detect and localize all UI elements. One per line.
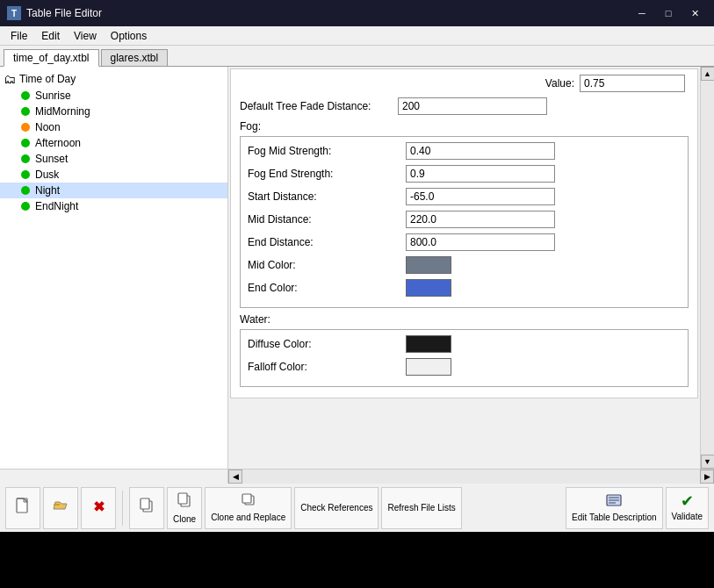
close-button[interactable]: ✕: [682, 4, 707, 22]
validate-button[interactable]: ✔ Validate: [666, 487, 709, 529]
scroll-right-button[interactable]: ▶: [700, 470, 714, 484]
open-button[interactable]: [43, 487, 78, 529]
fog-section-header: Fog:: [240, 120, 689, 133]
clone-button[interactable]: Clone: [167, 487, 202, 529]
start-distance-input[interactable]: [406, 188, 555, 205]
dot-night: [21, 186, 30, 195]
default-tree-fade-label: Default Tree Fade Distance:: [240, 100, 398, 112]
window-title: Table File Editor: [26, 7, 630, 19]
delete-button[interactable]: ✖: [81, 487, 116, 529]
start-distance-row: Start Distance:: [248, 188, 681, 205]
sidebar-item-dusk[interactable]: Dusk: [0, 167, 227, 183]
menu-view[interactable]: View: [67, 28, 104, 44]
sidebar-label-afternoon: Afternoon: [35, 137, 81, 149]
toolbar: ✖ Clone Clone and Replace Check Referenc…: [0, 483, 714, 532]
water-section-header: Water:: [240, 313, 689, 326]
default-tree-fade-input[interactable]: [398, 97, 547, 115]
sidebar: 🗂 Time of Day Sunrise MidMorning Noon Af…: [0, 67, 228, 469]
window-controls: ─ □ ✕: [630, 4, 707, 22]
water-falloff-color-swatch[interactable]: [406, 358, 451, 376]
sidebar-root-time-of-day[interactable]: 🗂 Time of Day: [0, 70, 227, 88]
fog-end-strength-input[interactable]: [406, 165, 555, 183]
sidebar-label-dusk: Dusk: [35, 169, 59, 181]
minimize-button[interactable]: ─: [630, 4, 654, 22]
menu-edit[interactable]: Edit: [34, 28, 67, 44]
fog-mid-strength-input[interactable]: [406, 142, 555, 160]
svg-rect-5: [54, 504, 60, 506]
end-distance-input[interactable]: [406, 233, 555, 251]
edit-table-desc-label: Edit Table Description: [572, 512, 657, 523]
svg-rect-11: [242, 494, 251, 503]
svg-rect-7: [141, 498, 149, 509]
clone-replace-button[interactable]: Clone and Replace: [205, 487, 292, 529]
mid-distance-row: Mid Distance:: [248, 211, 681, 228]
sidebar-item-noon[interactable]: Noon: [0, 119, 227, 135]
end-distance-row: End Distance:: [248, 233, 681, 251]
sidebar-label-night: Night: [35, 184, 60, 197]
tabs-bar: time_of_day.xtbl glares.xtbl: [0, 46, 714, 67]
clone-replace-label: Clone and Replace: [211, 512, 285, 523]
open-icon: [52, 497, 69, 517]
mid-distance-input[interactable]: [406, 211, 555, 228]
menu-options[interactable]: Options: [104, 28, 154, 44]
dot-noon: [21, 123, 30, 132]
scroll-left-button[interactable]: ◀: [228, 470, 242, 484]
main-area: 🗂 Time of Day Sunrise MidMorning Noon Af…: [0, 67, 714, 469]
tab-time-of-day[interactable]: time_of_day.xtbl: [4, 49, 99, 67]
maximize-button[interactable]: □: [656, 4, 681, 22]
value-row: Value:: [240, 75, 689, 92]
clone-icon: [176, 491, 193, 512]
sidebar-item-sunset[interactable]: Sunset: [0, 151, 227, 167]
h-scroll-left-area: [0, 470, 228, 484]
sidebar-item-endnight[interactable]: EndNight: [0, 198, 227, 214]
dot-afternoon: [21, 139, 30, 147]
horizontal-scrollbar: ◀ ▶: [0, 469, 714, 483]
water-diffuse-label: Diffuse Color:: [248, 338, 406, 350]
water-diffuse-row: Diffuse Color:: [248, 335, 681, 353]
mid-distance-label: Mid Distance:: [248, 213, 406, 226]
content-scroll[interactable]: Value: Default Tree Fade Distance: Fog: …: [228, 67, 700, 469]
fog-section-box: Fog Mid Strength: Fog End Strength: Star…: [240, 136, 689, 308]
default-tree-fade-row: Default Tree Fade Distance:: [240, 97, 689, 115]
fog-end-color-label: End Color:: [248, 282, 406, 294]
fog-mid-color-swatch[interactable]: [406, 256, 451, 274]
sidebar-label-sunrise: Sunrise: [35, 90, 71, 102]
new-button[interactable]: [5, 487, 40, 529]
sidebar-item-afternoon[interactable]: Afternoon: [0, 135, 227, 151]
fog-mid-color-row: Mid Color:: [248, 256, 681, 274]
fog-mid-color-label: Mid Color:: [248, 259, 406, 271]
dot-sunrise: [21, 91, 30, 100]
clone-label: Clone: [173, 513, 196, 525]
sidebar-item-midmorning[interactable]: MidMorning: [0, 104, 227, 119]
refresh-lists-button[interactable]: Refresh File Lists: [381, 487, 461, 529]
copy-button[interactable]: [129, 487, 164, 529]
vertical-scrollbar: ▲ ▼: [700, 67, 714, 469]
sidebar-item-sunrise[interactable]: Sunrise: [0, 88, 227, 104]
validate-icon: ✔: [681, 493, 694, 509]
tab-glares[interactable]: glares.xtbl: [101, 49, 169, 66]
edit-table-desc-button[interactable]: Edit Table Description: [566, 487, 663, 529]
sidebar-item-night[interactable]: Night: [0, 183, 227, 198]
menu-file[interactable]: File: [4, 28, 34, 44]
scroll-up-button[interactable]: ▲: [701, 67, 715, 81]
scroll-down-button[interactable]: ▼: [701, 455, 715, 469]
black-area: [0, 532, 714, 588]
sidebar-label-noon: Noon: [35, 121, 61, 133]
water-diffuse-color-swatch[interactable]: [406, 335, 451, 353]
sidebar-label-endnight: EndNight: [35, 200, 78, 212]
folder-icon: 🗂: [4, 72, 16, 86]
h-scroll-track: [242, 470, 700, 484]
check-refs-button[interactable]: Check References: [294, 487, 379, 529]
fog-end-color-swatch[interactable]: [406, 279, 451, 297]
dot-endnight: [21, 202, 30, 211]
separator-1: [122, 491, 123, 526]
content-inner: Value: Default Tree Fade Distance: Fog: …: [230, 68, 698, 398]
scroll-track: [701, 81, 715, 455]
value-input[interactable]: [580, 75, 685, 92]
fog-end-color-row: End Color:: [248, 279, 681, 297]
sidebar-label-midmorning: MidMorning: [35, 105, 90, 118]
value-label: Value:: [545, 77, 574, 90]
end-distance-label: End Distance:: [248, 236, 406, 248]
water-section-box: Diffuse Color: Falloff Color:: [240, 329, 689, 387]
start-distance-label: Start Distance:: [248, 190, 406, 203]
